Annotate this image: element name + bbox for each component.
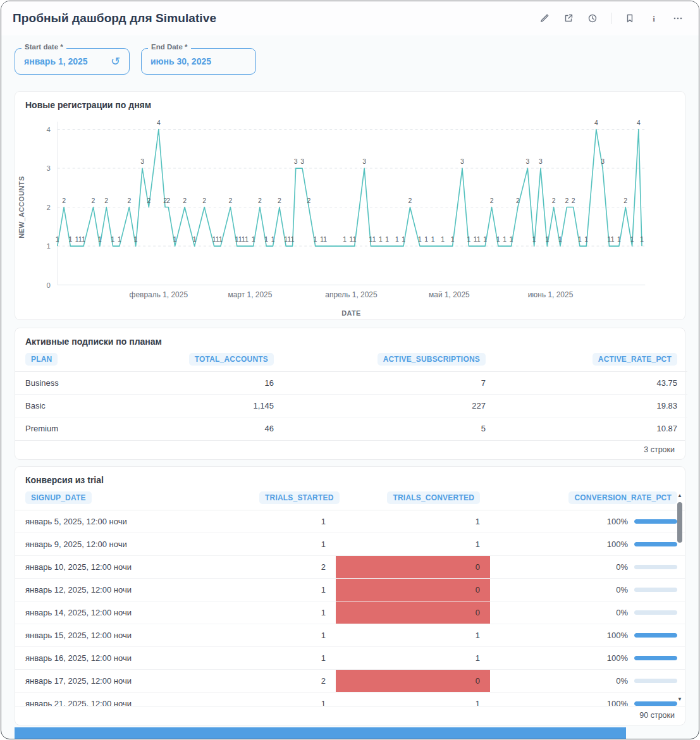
cell-trials-converted[interactable]: 1 — [336, 646, 490, 669]
cell-signup-date[interactable]: январь 16, 2025, 12:00 ночи — [15, 646, 249, 669]
table-scrollbar[interactable]: ▲ ▼ — [676, 492, 684, 703]
cell-trials-converted[interactable]: 1 — [336, 533, 490, 555]
table-row[interactable]: январь 12, 2025, 12:00 ночи100% — [15, 578, 685, 601]
column-header-active_rate_pct[interactable]: ACTIVE_RATE_PCT — [496, 350, 687, 372]
table-row[interactable]: январь 21, 2025, 12:00 ночи11100% — [15, 692, 685, 706]
cell-trials-started[interactable]: 2 — [249, 555, 336, 578]
cell-signup-date[interactable]: январь 15, 2025, 12:00 ночи — [15, 624, 249, 646]
cell-total[interactable]: 1,145 — [154, 395, 284, 417]
cell-trials-started[interactable]: 1 — [249, 601, 336, 624]
svg-text:3: 3 — [601, 158, 605, 165]
cell-plan[interactable]: Premium — [15, 417, 154, 440]
cell-conversion-rate[interactable]: 100% — [490, 533, 685, 555]
bookmark-icon[interactable] — [620, 9, 639, 28]
cell-trials-started[interactable]: 1 — [249, 646, 336, 669]
cell-signup-date[interactable]: январь 17, 2025, 12:00 ночи — [15, 669, 249, 692]
cell-trials-started[interactable]: 1 — [249, 624, 336, 646]
cell-rate[interactable]: 10.87 — [496, 417, 687, 440]
cell-trials-converted[interactable]: 0 — [336, 578, 490, 601]
cell-signup-date[interactable]: январь 21, 2025, 12:00 ночи — [15, 692, 249, 706]
share-icon[interactable] — [559, 9, 578, 28]
conversion-rate-text: 100% — [607, 517, 628, 526]
cell-conversion-rate[interactable]: 100% — [490, 510, 685, 533]
table-row[interactable]: январь 5, 2025, 12:00 ночи11100% — [15, 510, 685, 533]
more-icon[interactable] — [668, 9, 687, 28]
cell-trials-started[interactable]: 1 — [249, 692, 336, 706]
cell-conversion-rate[interactable]: 100% — [490, 624, 685, 646]
end-date-filter[interactable]: End Date * июнь 30, 2025 — [141, 48, 256, 75]
cell-signup-date[interactable]: январь 14, 2025, 12:00 ночи — [15, 601, 249, 624]
reset-filter-icon[interactable]: ↺ — [111, 56, 120, 67]
cell-signup-date[interactable]: январь 5, 2025, 12:00 ночи — [15, 510, 249, 533]
cell-rate[interactable]: 19.83 — [496, 395, 687, 417]
column-header-chip[interactable]: TRIALS_CONVERTED — [387, 491, 480, 504]
cell-trials-converted[interactable]: 1 — [336, 624, 490, 646]
cell-conversion-rate[interactable]: 0% — [490, 669, 685, 692]
cell-trials-converted[interactable]: 1 — [336, 692, 490, 706]
cell-trials-started[interactable]: 1 — [249, 533, 336, 555]
table-row[interactable]: январь 17, 2025, 12:00 ночи200% — [15, 669, 685, 692]
cell-conversion-rate[interactable]: 100% — [490, 646, 685, 669]
cell-total[interactable]: 16 — [154, 372, 284, 395]
scroll-down-icon[interactable]: ▼ — [676, 696, 684, 703]
cell-signup-date[interactable]: январь 10, 2025, 12:00 ночи — [15, 555, 249, 578]
table-row[interactable]: январь 10, 2025, 12:00 ночи200% — [15, 555, 685, 578]
cell-plan[interactable]: Business — [15, 372, 154, 395]
cell-plan[interactable]: Basic — [15, 395, 154, 417]
table-row[interactable]: Premium46510.87 — [15, 417, 687, 440]
column-header-conversion_rate_pct[interactable]: CONVERSION_RATE_PCT — [490, 488, 685, 510]
svg-text:2: 2 — [623, 197, 627, 204]
cell-conversion-rate[interactable]: 0% — [490, 601, 685, 624]
cell-active[interactable]: 5 — [284, 417, 496, 440]
cell-rate[interactable]: 43.75 — [496, 372, 687, 395]
cell-trials-converted[interactable]: 1 — [336, 510, 490, 533]
cell-conversion-rate[interactable]: 100% — [490, 692, 685, 706]
cell-trials-started[interactable]: 1 — [249, 578, 336, 601]
cell-trials-converted[interactable]: 0 — [336, 601, 490, 624]
cell-conversion-rate[interactable]: 0% — [490, 555, 685, 578]
table-row[interactable]: январь 14, 2025, 12:00 ночи100% — [15, 601, 685, 624]
table-row[interactable]: Basic1,14522719.83 — [15, 395, 687, 417]
conversion-rate-wrap: 100% — [500, 631, 677, 640]
cell-signup-date[interactable]: январь 12, 2025, 12:00 ночи — [15, 578, 249, 601]
table-row[interactable]: январь 9, 2025, 12:00 ночи11100% — [15, 533, 685, 555]
cell-trials-converted[interactable]: 0 — [336, 669, 490, 692]
scroll-thumb[interactable] — [677, 502, 682, 543]
column-header-plan[interactable]: PLAN — [15, 350, 154, 372]
table-row[interactable]: январь 16, 2025, 12:00 ночи11100% — [15, 646, 685, 669]
column-header-chip[interactable]: TRIALS_STARTED — [259, 491, 340, 504]
cell-total[interactable]: 46 — [154, 417, 284, 440]
cell-trials-started[interactable]: 1 — [249, 510, 336, 533]
table-row[interactable]: январь 15, 2025, 12:00 ночи11100% — [15, 624, 685, 646]
scroll-up-icon[interactable]: ▲ — [676, 492, 684, 500]
svg-text:1: 1 — [193, 236, 197, 243]
column-header-chip[interactable]: SIGNUP_DATE — [25, 491, 92, 504]
column-header-total_accounts[interactable]: TOTAL_ACCOUNTS — [154, 350, 284, 372]
svg-text:1: 1 — [314, 236, 317, 243]
edit-icon[interactable] — [535, 9, 554, 28]
column-header-chip[interactable]: ACTIVE_SUBSCRIPTIONS — [378, 353, 486, 366]
column-header-chip[interactable]: PLAN — [25, 353, 58, 366]
svg-text:2: 2 — [202, 197, 206, 204]
column-header-trials_started[interactable]: TRIALS_STARTED — [249, 488, 336, 510]
cell-active[interactable]: 7 — [284, 372, 496, 395]
cell-signup-date[interactable]: январь 9, 2025, 12:00 ночи — [15, 533, 249, 555]
info-icon[interactable]: i — [644, 9, 663, 28]
column-header-signup_date[interactable]: SIGNUP_DATE — [15, 488, 249, 510]
svg-text:0: 0 — [46, 281, 50, 289]
svg-text:2: 2 — [572, 197, 575, 204]
column-header-chip[interactable]: TOTAL_ACCOUNTS — [189, 353, 274, 366]
column-header-active_subscriptions[interactable]: ACTIVE_SUBSCRIPTIONS — [284, 350, 496, 372]
cell-conversion-rate[interactable]: 0% — [490, 578, 685, 601]
cell-active[interactable]: 227 — [284, 395, 496, 417]
start-date-filter[interactable]: Start date * январь 1, 2025 ↺ — [15, 48, 130, 75]
trials-header-row: SIGNUP_DATETRIALS_STARTEDTRIALS_CONVERTE… — [15, 488, 685, 510]
table-row[interactable]: Business16743.75 — [15, 372, 687, 395]
column-header-chip[interactable]: ACTIVE_RATE_PCT — [593, 353, 677, 366]
cell-trials-started[interactable]: 2 — [249, 669, 336, 692]
column-header-chip[interactable]: CONVERSION_RATE_PCT — [568, 491, 677, 504]
history-icon[interactable] — [583, 9, 602, 28]
cell-trials-converted[interactable]: 0 — [336, 555, 490, 578]
column-header-trials_converted[interactable]: TRIALS_CONVERTED — [336, 488, 490, 510]
registrations-chart-svg[interactable]: 01234февраль 1, 2025март 1, 2025апрель 1… — [15, 113, 685, 319]
